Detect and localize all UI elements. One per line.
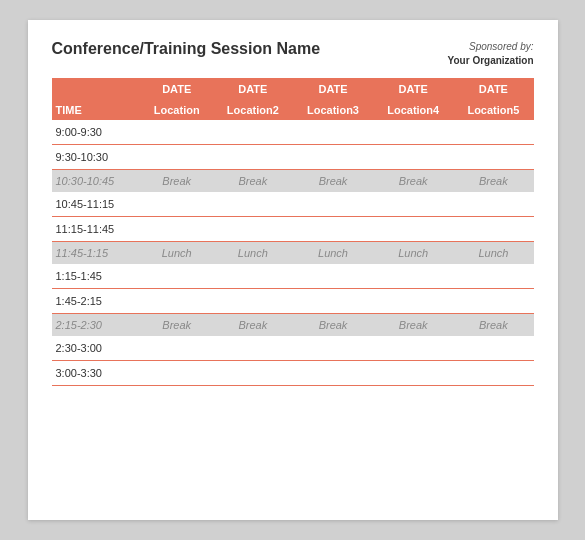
cell-1-0 bbox=[141, 145, 213, 170]
cell-6-3 bbox=[373, 264, 453, 289]
cell-4-4 bbox=[453, 217, 533, 242]
cell-2-3: Break bbox=[373, 170, 453, 193]
page-title: Conference/Training Session Name bbox=[52, 40, 321, 58]
cell-2-1: Break bbox=[213, 170, 293, 193]
cell-7-4 bbox=[453, 289, 533, 314]
page-header: Conference/Training Session Name Sponsor… bbox=[52, 40, 534, 68]
cell-4-2 bbox=[293, 217, 373, 242]
table-row: 10:30-10:45BreakBreakBreakBreakBreak bbox=[52, 170, 534, 193]
cell-0-3 bbox=[373, 120, 453, 145]
date-header-0: DATE bbox=[141, 78, 213, 100]
cell-8-0: Break bbox=[141, 314, 213, 337]
cell-1-1 bbox=[213, 145, 293, 170]
location-header-1: Location2 bbox=[213, 100, 293, 120]
time-cell: 10:45-11:15 bbox=[52, 192, 141, 217]
cell-10-2 bbox=[293, 361, 373, 386]
table-row: 1:15-1:45 bbox=[52, 264, 534, 289]
cell-5-1: Lunch bbox=[213, 242, 293, 265]
time-cell: 11:15-11:45 bbox=[52, 217, 141, 242]
cell-5-2: Lunch bbox=[293, 242, 373, 265]
cell-7-3 bbox=[373, 289, 453, 314]
cell-7-1 bbox=[213, 289, 293, 314]
sponsor-label: Sponsored by: bbox=[448, 40, 534, 54]
time-cell: 2:30-3:00 bbox=[52, 336, 141, 361]
cell-0-2 bbox=[293, 120, 373, 145]
cell-3-3 bbox=[373, 192, 453, 217]
cell-7-2 bbox=[293, 289, 373, 314]
time-cell: 9:00-9:30 bbox=[52, 120, 141, 145]
cell-10-4 bbox=[453, 361, 533, 386]
cell-8-2: Break bbox=[293, 314, 373, 337]
table-row: 9:00-9:30 bbox=[52, 120, 534, 145]
cell-3-2 bbox=[293, 192, 373, 217]
date-header-1: DATE bbox=[213, 78, 293, 100]
cell-1-2 bbox=[293, 145, 373, 170]
cell-6-0 bbox=[141, 264, 213, 289]
cell-3-0 bbox=[141, 192, 213, 217]
cell-1-4 bbox=[453, 145, 533, 170]
time-cell: 9:30-10:30 bbox=[52, 145, 141, 170]
cell-10-1 bbox=[213, 361, 293, 386]
cell-6-4 bbox=[453, 264, 533, 289]
time-cell: 1:15-1:45 bbox=[52, 264, 141, 289]
cell-2-4: Break bbox=[453, 170, 533, 193]
cell-9-3 bbox=[373, 336, 453, 361]
cell-9-2 bbox=[293, 336, 373, 361]
cell-10-0 bbox=[141, 361, 213, 386]
cell-8-4: Break bbox=[453, 314, 533, 337]
sponsor-name: Your Organization bbox=[448, 54, 534, 68]
cell-5-4: Lunch bbox=[453, 242, 533, 265]
time-cell: 10:30-10:45 bbox=[52, 170, 141, 193]
cell-2-2: Break bbox=[293, 170, 373, 193]
time-cell: 11:45-1:15 bbox=[52, 242, 141, 265]
cell-1-3 bbox=[373, 145, 453, 170]
sponsor-block: Sponsored by: Your Organization bbox=[448, 40, 534, 68]
cell-5-3: Lunch bbox=[373, 242, 453, 265]
table-row: 3:00-3:30 bbox=[52, 361, 534, 386]
cell-10-3 bbox=[373, 361, 453, 386]
cell-3-1 bbox=[213, 192, 293, 217]
cell-4-1 bbox=[213, 217, 293, 242]
page: Conference/Training Session Name Sponsor… bbox=[28, 20, 558, 520]
date-header-2: DATE bbox=[293, 78, 373, 100]
cell-9-4 bbox=[453, 336, 533, 361]
time-cell: 1:45-2:15 bbox=[52, 289, 141, 314]
cell-3-4 bbox=[453, 192, 533, 217]
location-header-2: Location3 bbox=[293, 100, 373, 120]
schedule-table: DATEDATEDATEDATEDATETIMELocationLocation… bbox=[52, 78, 534, 386]
cell-4-3 bbox=[373, 217, 453, 242]
time-column-header: TIME bbox=[52, 100, 141, 120]
column-header-date-row: DATEDATEDATEDATEDATE bbox=[52, 78, 534, 100]
cell-2-0: Break bbox=[141, 170, 213, 193]
cell-6-2 bbox=[293, 264, 373, 289]
table-row: 1:45-2:15 bbox=[52, 289, 534, 314]
date-header-3: DATE bbox=[373, 78, 453, 100]
cell-9-0 bbox=[141, 336, 213, 361]
table-row: 11:45-1:15LunchLunchLunchLunchLunch bbox=[52, 242, 534, 265]
cell-6-1 bbox=[213, 264, 293, 289]
time-cell: 3:00-3:30 bbox=[52, 361, 141, 386]
cell-8-1: Break bbox=[213, 314, 293, 337]
cell-8-3: Break bbox=[373, 314, 453, 337]
location-header-3: Location4 bbox=[373, 100, 453, 120]
location-header-4: Location5 bbox=[453, 100, 533, 120]
cell-7-0 bbox=[141, 289, 213, 314]
cell-0-1 bbox=[213, 120, 293, 145]
time-cell: 2:15-2:30 bbox=[52, 314, 141, 337]
cell-0-4 bbox=[453, 120, 533, 145]
column-header-location-row: TIMELocationLocation2Location3Location4L… bbox=[52, 100, 534, 120]
cell-0-0 bbox=[141, 120, 213, 145]
table-row: 2:30-3:00 bbox=[52, 336, 534, 361]
table-row: 2:15-2:30BreakBreakBreakBreakBreak bbox=[52, 314, 534, 337]
date-header-4: DATE bbox=[453, 78, 533, 100]
location-header-0: Location bbox=[141, 100, 213, 120]
table-row: 10:45-11:15 bbox=[52, 192, 534, 217]
cell-9-1 bbox=[213, 336, 293, 361]
cell-4-0 bbox=[141, 217, 213, 242]
table-row: 11:15-11:45 bbox=[52, 217, 534, 242]
cell-5-0: Lunch bbox=[141, 242, 213, 265]
table-row: 9:30-10:30 bbox=[52, 145, 534, 170]
